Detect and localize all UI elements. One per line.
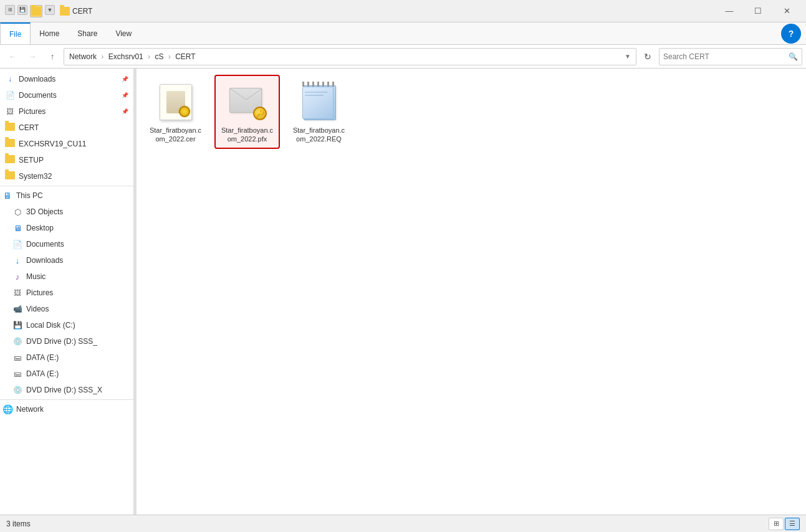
tab-home[interactable]: Home	[31, 22, 69, 44]
search-icon: 🔍	[789, 52, 798, 61]
sidebar-item-videos[interactable]: 📹 Videos	[0, 301, 133, 317]
view-details-button[interactable]: ☰	[785, 518, 800, 530]
sidebar-item-downloads-quick[interactable]: ↓ Downloads 📌	[0, 71, 133, 87]
breadcrumb-network[interactable]: Network	[69, 52, 97, 61]
ribbon: File Home Share View ?	[0, 22, 806, 45]
status-bar: 3 items ⊞ ☰	[0, 515, 806, 532]
sidebar-item-downloads-pc[interactable]: ↓ Downloads	[0, 252, 133, 268]
sidebar-item-pictures-pc[interactable]: 🖼 Pictures	[0, 285, 133, 301]
quick-access-section: ↓ Downloads 📌 📄 Documents 📌 🖼 Pictures 📌…	[0, 71, 133, 184]
file-item-req[interactable]: Star_firatboyan.com_2022.REQ	[286, 75, 352, 149]
file-label-req: Star_firatboyan.com_2022.REQ	[293, 126, 345, 144]
sidebar-item-cert[interactable]: CERT	[0, 120, 133, 136]
refresh-button[interactable]: ↻	[639, 48, 656, 65]
sidebar-label-exchsrv: EXCHSRV19_CU11	[19, 140, 87, 148]
file-thumb-cer	[154, 80, 198, 123]
downloads-pc-icon: ↓	[12, 256, 22, 265]
breadcrumb-exchsrv01[interactable]: Exchsrv01	[108, 52, 143, 61]
sidebar-divider1	[0, 186, 133, 186]
pin-icon3: 📌	[122, 108, 128, 115]
item-count: 3 items	[6, 520, 31, 528]
sidebar-item-documents-pc[interactable]: 📄 Documents	[0, 236, 133, 252]
sidebar-label-data-e1: DATA (E:)	[26, 353, 59, 362]
sidebar-item-setup[interactable]: SETUP	[0, 152, 133, 168]
close-button[interactable]: ✕	[772, 0, 801, 22]
local-disk-icon: 💾	[12, 321, 22, 330]
sidebar-label-dvd-d: DVD Drive (D:) SSS_	[26, 337, 97, 346]
sidebar-label-local-disk: Local Disk (C:)	[26, 321, 75, 330]
sidebar-item-dvd-d[interactable]: 💿 DVD Drive (D:) SSS_	[0, 333, 133, 349]
documents-icon: 📄	[5, 91, 15, 100]
tab-share[interactable]: Share	[69, 22, 107, 44]
sidebar-label-pictures-quick: Pictures	[19, 107, 46, 116]
setup-folder-icon	[5, 155, 15, 165]
forward-button[interactable]: →	[24, 48, 41, 65]
sidebar-item-data-e2[interactable]: 🖴 DATA (E:)	[0, 366, 133, 382]
sidebar-item-data-e1[interactable]: 🖴 DATA (E:)	[0, 349, 133, 366]
maximize-button[interactable]: ☐	[744, 0, 772, 22]
pictures-icon: 🖼	[5, 107, 15, 116]
file-label-cer: Star_firatboyan.com_2022.cer	[150, 126, 201, 144]
window-title: CERT	[72, 7, 92, 16]
file-thumb-pfx: 🔑	[226, 80, 269, 123]
sidebar-item-desktop[interactable]: 🖥 Desktop	[0, 220, 133, 236]
title-folder-icon	[60, 7, 70, 16]
window-controls: — ☐ ✕	[715, 0, 801, 22]
sidebar-label-dvd-d2: DVD Drive (D:) SSS_X	[26, 386, 102, 394]
back-button[interactable]: ←	[4, 48, 21, 65]
dvd-d2-icon: 💿	[12, 386, 22, 394]
sidebar-label-network: Network	[16, 405, 44, 414]
up-button[interactable]: ↑	[44, 48, 61, 65]
pictures-pc-icon: 🖼	[12, 288, 22, 297]
quick-access-icon: ⊞	[5, 5, 15, 15]
sidebar-label-documents-quick: Documents	[19, 91, 57, 100]
breadcrumb-cs[interactable]: cS	[155, 52, 163, 61]
tab-file[interactable]: File	[0, 22, 31, 44]
sidebar-label-cert: CERT	[19, 123, 39, 132]
minimize-button[interactable]: —	[715, 0, 744, 22]
file-label-pfx: Star_firatboyan.com_2022.pfx	[221, 126, 273, 144]
sidebar-item-pictures-quick[interactable]: 🖼 Pictures 📌	[0, 103, 133, 120]
desktop-icon: 🖥	[12, 224, 22, 233]
sidebar-label-pictures-pc: Pictures	[26, 288, 53, 297]
network-icon: 🌐	[2, 404, 12, 414]
sidebar-item-dvd-d2[interactable]: 💿 DVD Drive (D:) SSS_X	[0, 382, 133, 398]
exchsrv-folder-icon	[5, 139, 15, 149]
sidebar-item-system32[interactable]: System32	[0, 168, 133, 184]
sidebar-label-downloads-pc: Downloads	[26, 256, 63, 265]
envelope-flap-svg	[230, 88, 262, 101]
dvd-d-icon: 💿	[12, 337, 22, 346]
sidebar-item-documents-quick[interactable]: 📄 Documents 📌	[0, 87, 133, 103]
sidebar-item-exchsrv[interactable]: EXCHSRV19_CU11	[0, 136, 133, 152]
address-bar: ← → ↑ Network › Exchsrv01 › cS › CERT ▼ …	[0, 45, 806, 69]
cert-folder-icon	[5, 123, 15, 133]
search-box[interactable]: 🔍	[659, 48, 802, 65]
file-item-pfx[interactable]: 🔑 Star_firatboyan.com_2022.pfx	[214, 75, 280, 149]
breadcrumb-cert[interactable]: CERT	[175, 52, 195, 61]
sidebar-label-music: Music	[26, 272, 46, 281]
search-input[interactable]	[663, 52, 789, 61]
sidebar-label-3d: 3D Objects	[26, 207, 63, 216]
tab-view[interactable]: View	[107, 22, 141, 44]
file-item-cer[interactable]: Star_firatboyan.com_2022.cer	[143, 75, 208, 149]
sidebar-item-3d-objects[interactable]: ⬡ 3D Objects	[0, 204, 133, 220]
sidebar-label-documents-pc: Documents	[26, 240, 64, 249]
sidebar-label-desktop: Desktop	[26, 224, 54, 232]
content-area: Star_firatboyan.com_2022.cer 🔑	[137, 69, 806, 515]
system32-folder-icon	[5, 171, 15, 181]
sidebar-label-setup: SETUP	[19, 156, 44, 164]
view-icon-button[interactable]: ⊞	[769, 518, 784, 530]
videos-icon: 📹	[12, 305, 22, 313]
address-box[interactable]: Network › Exchsrv01 › cS › CERT ▼	[64, 48, 636, 65]
titlebar: ⊞ 💾 ▼ CERT — ☐ ✕	[0, 0, 806, 22]
sidebar-divider2	[0, 399, 133, 400]
sidebar-item-network[interactable]: 🌐 Network	[0, 401, 133, 417]
help-button[interactable]: ?	[781, 24, 801, 44]
dropdown-icon[interactable]: ▼	[45, 5, 55, 15]
sidebar-item-music[interactable]: ♪ Music	[0, 268, 133, 285]
this-pc-section: 🖥 This PC ⬡ 3D Objects 🖥 Desktop 📄 Docum…	[0, 188, 133, 398]
sidebar-item-local-disk[interactable]: 💾 Local Disk (C:)	[0, 317, 133, 333]
sidebar-item-this-pc[interactable]: 🖥 This PC	[0, 188, 133, 204]
downloads-icon: ↓	[5, 75, 15, 83]
sidebar-label-this-pc: This PC	[16, 191, 43, 200]
